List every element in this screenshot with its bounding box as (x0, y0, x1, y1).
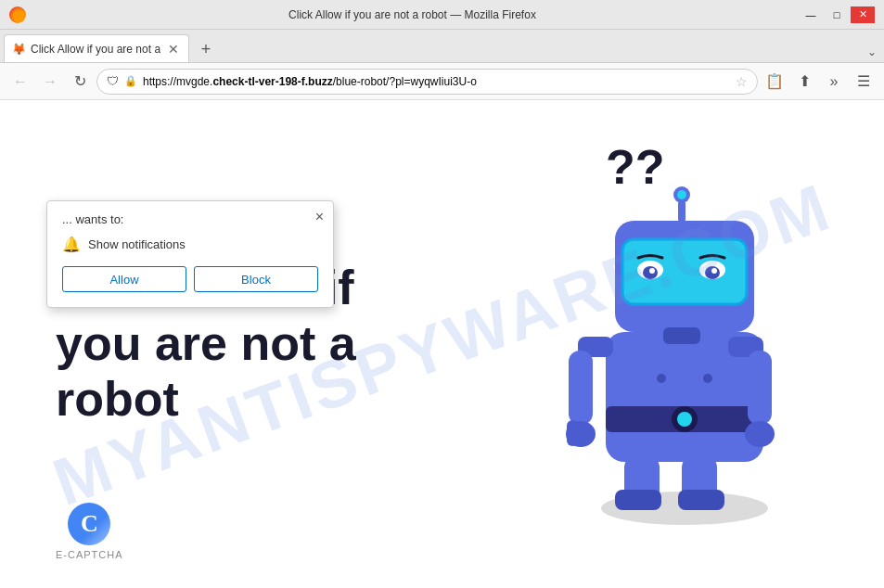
window-controls: — □ ✕ (799, 6, 875, 23)
page-inner: MYANTISPYWARE.COM Click Allow if you are… (0, 100, 884, 588)
svg-point-5 (677, 412, 692, 427)
firefox-logo-icon (9, 6, 26, 23)
svg-point-15 (649, 268, 655, 274)
title-bar: Click Allow if you are not a robot — Moz… (0, 0, 884, 30)
address-bar[interactable]: 🛡 🔒 https://mvgde.check-tl-ver-198-f.buz… (96, 69, 758, 95)
minimize-button[interactable]: — (799, 6, 823, 23)
notification-permission-popup: × ... wants to: 🔔 Show notifications All… (46, 200, 334, 308)
svg-text:??: ?? (606, 140, 665, 194)
svg-rect-28 (748, 351, 772, 425)
svg-point-29 (745, 421, 775, 447)
title-bar-left (9, 6, 26, 23)
svg-point-21 (677, 190, 686, 199)
address-text: https://mvgde.check-tl-ver-198-f.buzz/bl… (143, 75, 730, 88)
robot-illustration: ?? (513, 119, 828, 527)
popup-buttons: Allow Block (62, 266, 318, 292)
pocket-button[interactable]: 📋 (762, 69, 788, 95)
svg-rect-27 (567, 420, 578, 446)
svg-rect-9 (678, 490, 724, 510)
block-button[interactable]: Block (194, 266, 318, 292)
headline-line3: robot (56, 372, 179, 426)
popup-permission-row: 🔔 Show notifications (62, 236, 318, 253)
captcha-area: C E-CAPTCHA (56, 501, 123, 560)
lock-icon: 🔒 (124, 75, 137, 87)
captcha-label: E-CAPTCHA (56, 549, 123, 560)
browser-window: Click Allow if you are not a robot — Moz… (0, 0, 884, 588)
page-content: × ... wants to: 🔔 Show notifications All… (0, 100, 884, 588)
tab-favicon-icon: 🦊 (12, 43, 25, 56)
allow-button[interactable]: Allow (62, 266, 186, 292)
close-button[interactable]: ✕ (851, 6, 875, 23)
popup-wants-label: ... wants to: (62, 212, 318, 226)
svg-rect-19 (678, 200, 685, 223)
share-button[interactable]: ⬆ (791, 69, 817, 95)
back-button[interactable]: ← (7, 69, 33, 95)
tab-title: Click Allow if you are not a (31, 43, 160, 56)
menu-button[interactable]: ☰ (851, 69, 877, 95)
forward-button[interactable]: → (37, 69, 63, 95)
bell-icon: 🔔 (62, 236, 81, 253)
captcha-logo: C (66, 501, 112, 547)
svg-rect-22 (663, 327, 700, 344)
svg-point-33 (703, 374, 712, 383)
popup-close-button[interactable]: × (315, 209, 324, 225)
bookmark-star-icon[interactable]: ☆ (736, 74, 748, 89)
browser-tab[interactable]: 🦊 Click Allow if you are not a ✕ (4, 34, 189, 62)
reload-button[interactable]: ↻ (67, 69, 93, 95)
maximize-button[interactable]: □ (825, 6, 849, 23)
new-tab-button[interactable]: + (193, 36, 219, 62)
captcha-c-icon: C (68, 503, 110, 545)
shield-icon: 🛡 (107, 74, 119, 88)
headline-line2: you are not a (56, 316, 356, 370)
navigation-bar: ← → ↻ 🛡 🔒 https://mvgde.check-tl-ver-198… (0, 63, 884, 100)
permission-label: Show notifications (88, 237, 186, 251)
svg-rect-25 (569, 351, 593, 425)
tab-bar: 🦊 Click Allow if you are not a ✕ + ⌄ (0, 30, 884, 63)
svg-point-18 (711, 268, 717, 274)
extensions-button[interactable]: » (821, 69, 847, 95)
nav-actions: 📋 ⬆ » ☰ (762, 69, 877, 95)
tab-close-button[interactable]: ✕ (166, 42, 181, 57)
window-title: Click Allow if you are not a robot — Moz… (26, 8, 799, 21)
tab-overflow-button[interactable]: ⌄ (864, 42, 880, 62)
svg-rect-8 (615, 490, 661, 510)
svg-point-32 (657, 374, 666, 383)
